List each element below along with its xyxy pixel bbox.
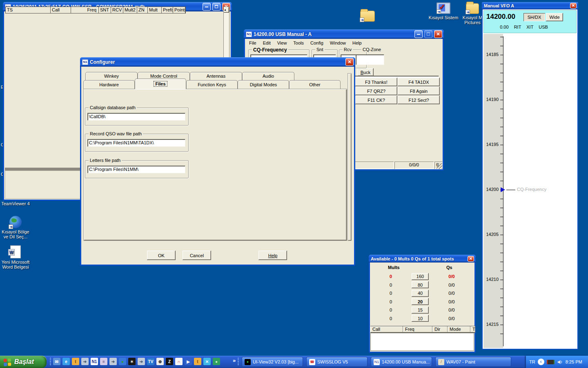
taskbar-button-14200-00-u[interactable]: N114200.00 USB Manua... [371, 357, 432, 367]
send-arrow-icon[interactable]: ➔ [81, 358, 89, 365]
wide-button[interactable]: Wide [546, 13, 563, 21]
taskbar-button-ui-view32-[interactable]: ●UI-View32 V2.03 [big... [242, 357, 303, 367]
menu-file[interactable]: File [246, 40, 260, 45]
maximize-button[interactable] [212, 3, 220, 11]
xit-label[interactable]: XIT [526, 25, 533, 29]
log-column-points[interactable]: Points [173, 7, 185, 13]
path-input-record-qso-wav-file-path[interactable]: C:\Program Files\N1MM\TA1DX\ [87, 139, 185, 147]
close-button[interactable]: ✕ [570, 3, 577, 9]
fkey-button-f11[interactable]: F11 CK? [355, 96, 397, 104]
taskbar-separator[interactable] [238, 358, 239, 366]
minimize-button[interactable] [414, 30, 423, 38]
vfo-titlebar[interactable]: Manual VFO A ✕ [482, 2, 578, 9]
desktop-icon-teamviewer[interactable]: TeamViewer 4 [0, 201, 31, 206]
tab-digital-modes[interactable]: Digital Modes [238, 80, 289, 89]
timer-icon[interactable]: t [72, 358, 79, 365]
desktop-icon-kisayol-sistem[interactable]: ✓➔ Kısayol Sistem [428, 2, 459, 20]
available-titlebar[interactable]: Available - 0 Mults 0 Qs of 1 total spot… [369, 255, 476, 263]
crosshair-icon[interactable]: ⊕ [156, 358, 164, 365]
quick-launch-overflow-chevron[interactable]: » [233, 357, 236, 364]
globe2-icon[interactable]: ● [213, 358, 220, 365]
log-column-ts[interactable]: TS [6, 7, 51, 13]
entry-window-titlebar[interactable]: N1 14200.00 USB Manual - A ✕ [244, 29, 444, 39]
desktop-icon-folder[interactable]: ➔ [352, 11, 383, 23]
taskbar-button-wav07-pa[interactable]: /WAV07 - Paint [435, 357, 511, 367]
ok-button[interactable]: OK [147, 251, 176, 260]
mode-label[interactable]: USB [539, 25, 548, 29]
menu-help[interactable]: Help [349, 40, 365, 45]
close-button[interactable]: ✕ [345, 58, 354, 66]
zigzag-icon[interactable]: Z [166, 358, 173, 365]
menu-tools[interactable]: Tools [290, 40, 307, 45]
cq-frequency-marker-label[interactable]: CQ-Frequency [517, 187, 546, 192]
rit-label[interactable]: RIT [514, 25, 521, 29]
send-arrow-icon-3[interactable]: ➔ [138, 358, 145, 365]
fkey-button-f8[interactable]: F8 Again [398, 87, 440, 95]
fkey-button-f3[interactable]: F3 Thanks! [355, 78, 397, 86]
band-button-15[interactable]: 15 [412, 307, 429, 314]
spot-list[interactable] [370, 333, 474, 351]
tab-files[interactable]: Files [135, 79, 186, 89]
internet-explorer-icon[interactable]: e [62, 358, 70, 365]
close-button[interactable]: ✕ [468, 256, 474, 262]
menu-window[interactable]: Window [327, 40, 349, 45]
cq-zone-input[interactable] [356, 54, 384, 65]
configurer-titlebar[interactable]: N1 Configurer ✕ [80, 57, 355, 67]
meter-icon[interactable]: ∩ [175, 358, 183, 365]
spot-column-freq[interactable]: Freq [403, 326, 432, 332]
tray-device-icon[interactable] [547, 360, 555, 364]
log-column-mult[interactable]: Mult [148, 7, 162, 13]
log-column-prefix[interactable]: Prefix [162, 7, 173, 13]
clock-icon[interactable]: t [194, 358, 201, 365]
buck-button[interactable]: Buck [357, 68, 374, 76]
clock[interactable]: 8:25 PM [566, 359, 582, 364]
maximize-button[interactable] [424, 30, 432, 38]
menu-view[interactable]: View [274, 40, 290, 45]
help-button[interactable]: Help [258, 251, 287, 260]
log-column-snt[interactable]: SNT [99, 7, 111, 13]
tray-chevron-icon[interactable]: ‹ [538, 359, 544, 365]
spot-column-dir[interactable]: Dir [432, 326, 448, 332]
tab-winkey[interactable]: Winkey [85, 72, 138, 80]
volume-icon[interactable] [557, 359, 563, 365]
band-button-40[interactable]: 40 [412, 290, 429, 297]
outlook-express-icon[interactable]: ✉ [53, 358, 60, 365]
path-input-letters-file-path[interactable]: C:\Program Files\N1MM\ [87, 166, 185, 173]
sstv-icon[interactable]: TV [147, 358, 154, 365]
resize-grip[interactable] [437, 163, 442, 169]
start-button[interactable]: Başlat [0, 356, 47, 368]
tab-hardware[interactable]: Hardware [83, 80, 135, 89]
scroll-up-icon[interactable]: ▲ [224, 7, 229, 13]
send-arrow-icon-2[interactable]: ➔ [109, 358, 117, 365]
band-button-10[interactable]: 10 [412, 315, 429, 322]
spot-column-mode[interactable]: Mode [448, 326, 470, 332]
files-copy-icon[interactable]: ≡ [100, 358, 107, 365]
globe-icon[interactable]: ● [119, 358, 126, 365]
cancel-button[interactable]: Cancel [183, 251, 211, 260]
spot-column-t[interactable]: T [470, 326, 475, 332]
log-column-rcv[interactable]: RCV [111, 7, 123, 13]
tab-audio[interactable]: Audio [242, 72, 294, 80]
band-button-80[interactable]: 80 [412, 281, 429, 288]
band-button-160[interactable]: 160 [412, 273, 429, 280]
tab-function-keys[interactable]: Function Keys [186, 80, 238, 89]
taskbar-separator[interactable] [50, 358, 51, 366]
path-input-callsign-database-path[interactable]: \CallDB\ [87, 113, 185, 121]
log-column-mult2[interactable]: Mult2 [123, 7, 137, 13]
minimize-button[interactable] [203, 3, 211, 11]
log-column-call[interactable]: Call [51, 7, 71, 13]
language-indicator[interactable]: TR [529, 359, 535, 364]
cq-frequency-marker-icon[interactable] [501, 187, 505, 192]
media-player-icon[interactable]: ▶ [185, 358, 192, 365]
taskbar-button-swisslog-v[interactable]: ☎SWISSLOG V5 [306, 357, 368, 367]
menu-config[interactable]: Config [307, 40, 327, 45]
close-button[interactable]: ✕ [434, 30, 442, 38]
spot-column-call[interactable]: Call [370, 326, 403, 332]
tab-other[interactable]: Other [289, 80, 341, 89]
desktop-icon-kisayol-bolge[interactable]: ➔ Kısayol Bölge ve Dil Seç... [0, 216, 31, 239]
fkey-button-f7[interactable]: F7 QRZ? [355, 87, 397, 95]
butterfly-icon[interactable]: ✕ [203, 358, 211, 365]
shdx-button[interactable]: SH/DX [523, 13, 545, 21]
band-button-20[interactable]: 20 [412, 298, 429, 305]
menu-edit[interactable]: Edit [260, 40, 274, 45]
